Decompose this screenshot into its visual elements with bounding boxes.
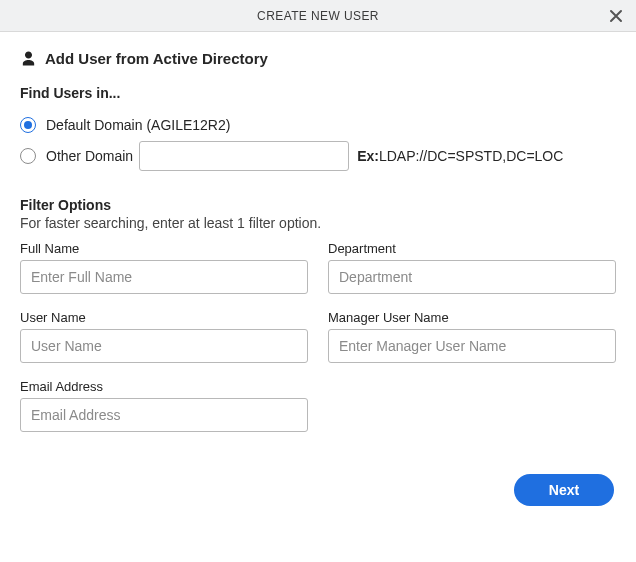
full-name-field-group: Full Name <box>20 241 308 294</box>
filter-options-subtitle: For faster searching, enter at least 1 f… <box>20 215 616 231</box>
manager-field-group: Manager User Name <box>328 310 616 363</box>
default-domain-label: Default Domain (AGILE12R2) <box>46 117 230 133</box>
find-users-label: Find Users in... <box>20 85 616 101</box>
user-name-field-group: User Name <box>20 310 308 363</box>
close-icon[interactable] <box>604 6 628 26</box>
section-title: Add User from Active Directory <box>45 50 268 67</box>
other-domain-row: Other Domain Ex: LDAP://DC=SPSTD,DC=LOC <box>20 141 616 171</box>
full-name-input[interactable] <box>20 260 308 294</box>
department-field-group: Department <box>328 241 616 294</box>
other-domain-input[interactable] <box>139 141 349 171</box>
next-button[interactable]: Next <box>514 474 614 506</box>
person-icon <box>20 50 37 67</box>
modal-header: CREATE NEW USER <box>0 0 636 32</box>
example-text: LDAP://DC=SPSTD,DC=LOC <box>379 148 563 164</box>
user-name-label: User Name <box>20 310 308 325</box>
default-domain-radio[interactable] <box>20 117 36 133</box>
other-domain-radio[interactable] <box>20 148 36 164</box>
section-heading-row: Add User from Active Directory <box>20 50 616 67</box>
department-input[interactable] <box>328 260 616 294</box>
default-domain-row: Default Domain (AGILE12R2) <box>20 111 616 139</box>
example-prefix: Ex: <box>357 148 379 164</box>
manager-label: Manager User Name <box>328 310 616 325</box>
other-domain-label: Other Domain <box>46 148 133 164</box>
email-field-group: Email Address <box>20 379 308 432</box>
department-label: Department <box>328 241 616 256</box>
email-input[interactable] <box>20 398 308 432</box>
modal-title: CREATE NEW USER <box>257 9 379 23</box>
filter-options-title: Filter Options <box>20 197 616 213</box>
full-name-label: Full Name <box>20 241 308 256</box>
user-name-input[interactable] <box>20 329 308 363</box>
manager-input[interactable] <box>328 329 616 363</box>
email-label: Email Address <box>20 379 308 394</box>
